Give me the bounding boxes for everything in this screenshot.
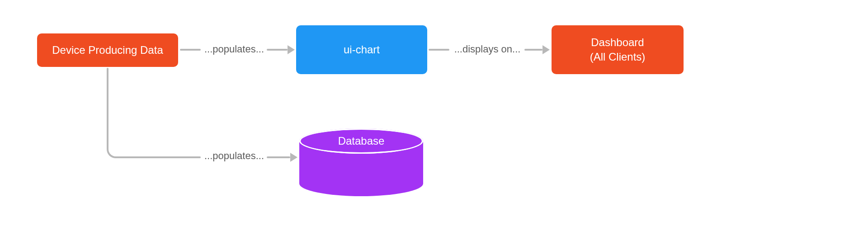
node-ui-chart: ui-chart <box>296 25 427 74</box>
node-database-label: Database <box>299 135 423 147</box>
arrow-line <box>120 156 201 158</box>
arrow-corner <box>107 147 121 158</box>
arrow-line <box>180 49 201 51</box>
edge-label-populates-db: ...populates... <box>203 150 266 162</box>
node-device-label: Device Producing Data <box>52 43 163 57</box>
arrowhead-icon <box>542 45 550 54</box>
arrow-line <box>107 68 108 149</box>
edge-label-displays: ...displays on... <box>451 43 524 55</box>
arrow-line <box>267 49 288 51</box>
diagram-canvas: Device Producing Data ui-chart Dashboard… <box>0 0 868 231</box>
edge-label-populates: ...populates... <box>203 43 266 55</box>
arrow-line <box>267 156 290 158</box>
arrowhead-icon <box>290 153 297 162</box>
arrowhead-icon <box>288 45 295 54</box>
arrow-line <box>429 49 449 51</box>
node-dashboard: Dashboard(All Clients) <box>552 25 684 74</box>
arrow-line <box>524 49 542 51</box>
node-device: Device Producing Data <box>37 33 178 67</box>
node-database: Database <box>299 128 423 196</box>
node-ui-chart-label: ui-chart <box>344 42 380 57</box>
node-dashboard-label: Dashboard(All Clients) <box>590 35 646 65</box>
